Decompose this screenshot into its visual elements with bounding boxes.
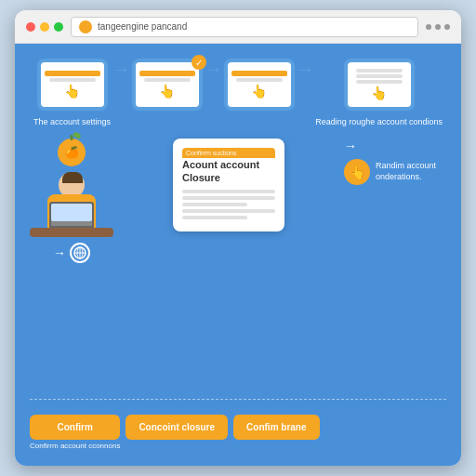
step-3-hand-icon: 👆 — [251, 84, 267, 99]
arrow-3: → — [296, 59, 314, 80]
arrow-1: → — [112, 59, 130, 80]
doc-line-3 — [182, 203, 247, 206]
step-1-card: 👆 — [37, 59, 108, 111]
browser-icon-1 — [426, 24, 431, 30]
step-4-line2 — [356, 74, 403, 78]
step-1-label: The account settings — [33, 117, 111, 127]
doc-line-2 — [182, 196, 275, 200]
laptop-icon — [49, 202, 94, 228]
orange-fruit-icon: 🍊 — [58, 139, 86, 166]
maximize-dot — [54, 22, 63, 32]
fruit-leaf — [73, 131, 81, 139]
step-1-bar2 — [49, 78, 96, 82]
globe-arrow: → — [53, 245, 66, 260]
main-content: 👆 The account settings → ✓ 👆 → — [15, 44, 461, 466]
center-document-area: Confirrm suctions Acount account Closure — [121, 139, 337, 232]
step-1-bar — [45, 71, 100, 76]
laptop-screen — [51, 204, 92, 221]
right-mid-arrow: → — [344, 139, 357, 153]
person-hair — [62, 172, 83, 183]
confirm-sub-text: Confirrm account cconnons — [30, 442, 120, 451]
address-bar[interactable]: tangeengine pancand — [71, 17, 418, 37]
step-3: 👆 — [224, 59, 295, 117]
doc-line-5 — [182, 216, 247, 219]
doc-header: Confirrm suctions — [182, 148, 275, 158]
confirm-button[interactable]: Confirm — [30, 415, 120, 440]
browser-window: tangeengine pancand 👆 The account settin… — [15, 10, 461, 466]
step-3-inner: 👆 — [228, 62, 291, 107]
globe-icon — [70, 243, 90, 263]
step-2-inner: 👆 — [136, 62, 199, 107]
browser-icon-3 — [444, 24, 450, 30]
steps-row: 👆 The account settings → ✓ 👆 → — [30, 59, 446, 127]
step-1-inner: 👆 — [41, 62, 104, 107]
step-2: ✓ 👆 — [132, 59, 203, 117]
address-text: tangeengine pancand — [98, 21, 187, 32]
step-3-card: 👆 — [224, 59, 295, 111]
step-1-hand-icon: 👆 — [64, 84, 80, 99]
left-section: 🍊 → — [30, 139, 113, 263]
person-desk — [30, 228, 113, 237]
doc-title: Acount account Closure — [182, 158, 275, 185]
btn-group-1: Confirm Confirrm account cconnons — [30, 415, 120, 451]
browser-bar: tangeengine pancand — [15, 10, 461, 44]
step-4-line3 — [356, 80, 403, 84]
close-button[interactable]: Concoint closure — [126, 415, 228, 440]
orange-hand-icon: 👆 — [344, 159, 370, 185]
close-dot — [26, 22, 35, 32]
step-4-card: 👆 — [344, 59, 415, 111]
person-body — [47, 194, 96, 228]
step-1: 👆 The account settings — [33, 59, 111, 127]
step-2-bar2 — [144, 78, 191, 82]
step-4-label: Reading roughe account condions — [315, 117, 443, 127]
person-figure — [30, 172, 113, 237]
site-logo — [79, 20, 92, 33]
step-4-line1 — [356, 69, 403, 73]
step-4-hand-icon: 👆 — [371, 86, 387, 100]
right-step-item-1: 👆 Randim account onderations. — [344, 159, 446, 185]
step-4: 👆 Reading roughe account condions — [315, 59, 443, 127]
window-controls — [26, 22, 63, 32]
right-section: → 👆 Randim account onderations. — [344, 139, 446, 185]
step-2-card: ✓ 👆 — [132, 59, 203, 111]
browser-icon-2 — [435, 24, 441, 30]
step-3-bar2 — [236, 78, 283, 82]
divider — [30, 399, 446, 400]
doc-line-4 — [182, 209, 275, 213]
step-2-hand-icon: 👆 — [159, 84, 175, 99]
minimize-dot — [40, 22, 49, 32]
brane-button[interactable]: Confim brane — [233, 415, 319, 440]
right-arrow-row: → — [344, 139, 446, 153]
browser-action-icons — [426, 24, 450, 30]
document-card: Confirrm suctions Acount account Closure — [173, 139, 284, 232]
middle-section: 🍊 → — [30, 139, 446, 384]
right-info-text: Randim account onderations. — [376, 161, 446, 182]
bottom-buttons: Confirm Confirrm account cconnons Concoi… — [30, 415, 446, 451]
doc-line-1 — [182, 190, 275, 193]
step-2-check-icon: ✓ — [192, 55, 206, 70]
step-3-bar — [231, 71, 287, 76]
arrow-2: → — [204, 59, 222, 80]
step-4-inner: 👆 — [348, 62, 411, 107]
globe-row: → — [53, 243, 90, 263]
step-2-bar — [139, 71, 195, 76]
